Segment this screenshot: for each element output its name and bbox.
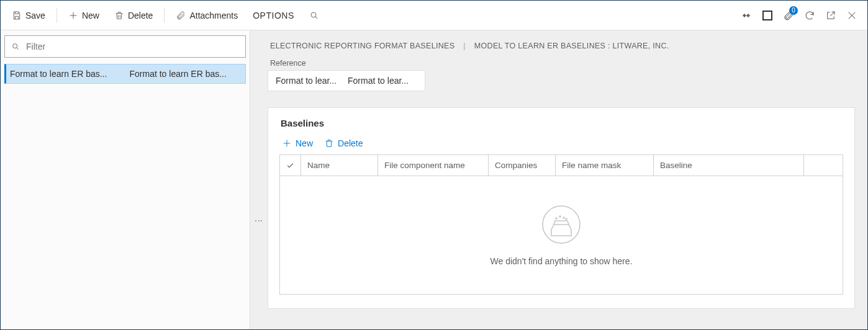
drag-grip-icon[interactable]: ⋮ <box>254 216 264 224</box>
baselines-grid: Name File component name Companies File … <box>279 154 843 295</box>
detail-pane: ⋮ ELECTRONIC REPORTING FORMAT BASELINES … <box>250 30 867 329</box>
breadcrumb: ELECTRONIC REPORTING FORMAT BASELINES | … <box>268 40 855 59</box>
grid-header: Name File component name Companies File … <box>280 155 843 176</box>
empty-folder-icon <box>541 205 581 246</box>
attachments-button[interactable]: Attachments <box>170 7 244 24</box>
list-item-col1: Format to learn ER bas... <box>10 69 122 79</box>
delete-label: Delete <box>128 11 153 20</box>
plus-icon <box>68 11 78 20</box>
popout-icon <box>825 10 836 21</box>
toolbar-divider <box>164 8 165 23</box>
reference-col2: Format to lear... <box>346 76 418 86</box>
search-button[interactable] <box>303 7 325 24</box>
save-icon <box>12 11 22 20</box>
close-button[interactable] <box>846 10 857 21</box>
trash-icon <box>114 11 124 20</box>
baselines-new-label: New <box>296 138 313 148</box>
baselines-delete-label: Delete <box>338 138 363 148</box>
refresh-icon <box>804 10 815 21</box>
attachments-icon-button[interactable]: 0 <box>783 10 794 21</box>
check-icon <box>286 161 294 170</box>
svg-point-1 <box>13 44 17 48</box>
baselines-delete-button[interactable]: Delete <box>324 138 363 148</box>
baselines-card: Baselines New Delete <box>268 107 855 309</box>
filter-input-wrap[interactable] <box>4 35 246 58</box>
office-button[interactable] <box>762 10 773 21</box>
filter-input[interactable] <box>25 41 239 52</box>
list-item-col2: Format to learn ER bas... <box>130 69 242 79</box>
toolbar-divider <box>57 8 57 23</box>
list-item[interactable]: Format to learn ER bas... Format to lear… <box>4 64 246 84</box>
office-icon <box>762 11 772 20</box>
breadcrumb-item[interactable]: ELECTRONIC REPORTING FORMAT BASELINES <box>270 42 454 50</box>
search-icon <box>309 11 319 20</box>
grid-col-file-mask[interactable]: File name mask <box>556 155 654 176</box>
link-icon <box>741 10 752 21</box>
grid-col-name[interactable]: Name <box>301 155 378 176</box>
grid-select-all[interactable] <box>280 155 301 176</box>
grid-col-spacer <box>804 155 843 176</box>
options-label: OPTIONS <box>253 11 294 20</box>
svg-point-3 <box>556 218 557 219</box>
new-label: New <box>82 11 99 20</box>
refresh-button[interactable] <box>804 10 815 21</box>
reference-col1: Format to lear... <box>274 76 346 86</box>
trash-icon <box>324 138 334 148</box>
svg-point-5 <box>563 217 564 218</box>
attachments-label: Attachments <box>189 11 238 20</box>
svg-point-4 <box>559 216 561 217</box>
action-toolbar: Save New Delete Attachments OPTIONS <box>1 1 867 30</box>
search-icon <box>11 42 20 51</box>
breadcrumb-separator: | <box>463 42 466 50</box>
svg-point-0 <box>311 12 316 17</box>
plus-icon <box>282 138 292 148</box>
save-button[interactable]: Save <box>6 7 52 24</box>
reference-field[interactable]: Format to lear... Format to lear... <box>268 70 425 91</box>
options-button[interactable]: OPTIONS <box>246 7 301 24</box>
grid-col-baseline[interactable]: Baseline <box>654 155 804 176</box>
new-button[interactable]: New <box>62 7 106 24</box>
delete-button[interactable]: Delete <box>108 7 159 24</box>
grid-empty-state: We didn't find anything to show here. <box>280 176 843 294</box>
save-label: Save <box>25 11 45 20</box>
breadcrumb-item: MODEL TO LEARN ER BASELINES : LITWARE, I… <box>474 42 669 50</box>
grid-empty-text: We didn't find anything to show here. <box>491 256 633 266</box>
baselines-title: Baselines <box>279 118 843 128</box>
baselines-new-button[interactable]: New <box>282 138 313 148</box>
attachments-badge: 0 <box>789 6 798 15</box>
close-icon <box>846 10 857 21</box>
link-icon-button[interactable] <box>741 10 752 21</box>
svg-point-6 <box>566 218 567 220</box>
reference-label: Reference <box>270 59 855 68</box>
grid-col-file-component[interactable]: File component name <box>378 155 489 176</box>
navigation-list-pane: Format to learn ER bas... Format to lear… <box>1 30 250 329</box>
grid-col-companies[interactable]: Companies <box>489 155 556 176</box>
popout-button[interactable] <box>825 10 836 21</box>
paperclip-icon <box>176 11 186 20</box>
